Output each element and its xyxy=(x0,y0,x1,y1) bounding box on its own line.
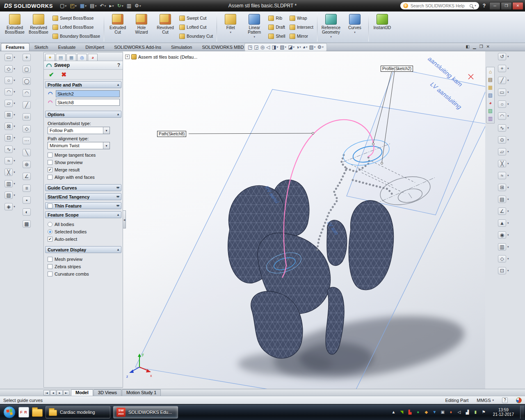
start-button[interactable] xyxy=(3,406,16,418)
chevron-down-icon[interactable]: ▾ xyxy=(507,198,509,201)
chevron-down-icon[interactable]: ▾ xyxy=(14,102,15,105)
search-icon[interactable] xyxy=(470,4,473,7)
taskbar-button-cardiac-modeling[interactable]: Cardiac modeling xyxy=(46,406,110,418)
ribbon-lofted-cut-button[interactable]: Lofted Cut xyxy=(178,23,214,31)
section-header-options[interactable]: Options xyxy=(45,111,121,118)
chevron-down-icon[interactable]: ▾ xyxy=(85,4,87,8)
section-header-curvature-display[interactable]: Curvature Display xyxy=(45,246,121,253)
previous-view-button[interactable]: ◁ xyxy=(266,45,270,50)
propertymanager-tab[interactable]: ▤ xyxy=(56,54,66,61)
path-selection-box[interactable]: Sketch8 xyxy=(56,99,120,106)
right-toolbar-item-19[interactable]: ⊡▾ xyxy=(497,267,524,274)
appearances-icon[interactable]: ◕ xyxy=(489,100,492,105)
chevron-down-icon[interactable]: ▾ xyxy=(507,162,509,165)
left-toolbar-a-item-13[interactable]: ▨▾ xyxy=(5,192,15,199)
chevron-down-icon[interactable]: ▾ xyxy=(507,221,509,225)
chevron-down-icon[interactable]: ▾ xyxy=(507,269,509,272)
orientation-select[interactable]: Follow Path xyxy=(48,127,110,134)
pinned-app-button[interactable]: F R xyxy=(18,407,29,418)
left-toolbar-a-item-7[interactable]: ⊠▾ xyxy=(5,123,15,130)
tray-icon-power[interactable]: ▮ xyxy=(472,409,479,415)
left-toolbar-b-item-7[interactable]: ◇ xyxy=(23,125,31,132)
view-tab-motion-study-1[interactable]: Motion Study 1 xyxy=(122,389,161,396)
units-selector[interactable]: MMGS ▾ xyxy=(477,398,494,403)
chevron-down-icon[interactable]: ▾ xyxy=(277,46,278,49)
left-toolbar-b-item-3[interactable]: ◯ xyxy=(23,78,31,85)
right-toolbar-item-9[interactable]: ▱▾ xyxy=(497,148,524,155)
ribbon-boundary-boss-base-button[interactable]: Boundary Boss/Base xyxy=(51,32,101,40)
tray-icon-network[interactable]: ▟ xyxy=(464,409,470,415)
right-toolbar-item-1[interactable]: ↺▾ xyxy=(497,53,524,60)
left-toolbar-b-item-5[interactable]: ╱ xyxy=(23,101,31,109)
chevron-down-icon[interactable]: ▾ xyxy=(507,233,509,237)
chevron-down-icon[interactable]: ▾ xyxy=(507,138,509,142)
chevron-down-icon[interactable]: ▾ xyxy=(507,257,509,260)
status-help-button[interactable]: ? xyxy=(502,397,508,403)
help-menu-button[interactable]: ? xyxy=(482,3,486,9)
ribbon-reference-geometry-button[interactable]: ReferenceGeometry▾ xyxy=(319,13,343,42)
chevron-down-icon[interactable]: ▾ xyxy=(14,148,15,151)
edit-appearance-button[interactable]: ◕▾ xyxy=(303,45,308,50)
maximize-button[interactable]: ❐ xyxy=(501,2,512,10)
display-style-button[interactable]: ◪▾ xyxy=(288,45,294,50)
chevron-down-icon[interactable]: ▾ xyxy=(507,67,509,70)
tray-icon-audio[interactable]: ◁ xyxy=(456,409,462,415)
left-toolbar-b-item-10[interactable]: ⊕ xyxy=(23,161,31,168)
scenes-icon[interactable]: ▨ xyxy=(488,108,493,113)
ribbon-boundary-cut-button[interactable]: Boundary Cut xyxy=(178,32,214,40)
save-button[interactable]: ▦▾ xyxy=(79,2,88,10)
alignment-select[interactable]: Minimum Twist xyxy=(48,142,110,149)
dimxpertmanager-tab[interactable]: ◎ xyxy=(77,54,87,61)
open-button[interactable]: ◰▾ xyxy=(68,2,78,10)
right-toolbar-item-13[interactable]: ▤▾ xyxy=(497,196,524,203)
minimize-button[interactable]: ─ xyxy=(489,2,500,10)
chevron-down-icon[interactable]: ▾ xyxy=(507,91,509,94)
chevron-down-icon[interactable]: ▾ xyxy=(254,35,256,39)
ribbon-rib-button[interactable]: Rib xyxy=(267,14,286,22)
left-toolbar-a-item-3[interactable]: ○▾ xyxy=(5,77,15,84)
chevron-down-icon[interactable]: ▾ xyxy=(14,205,15,208)
magnify-button[interactable]: ◎ xyxy=(260,45,265,50)
chevron-down-icon[interactable]: ▾ xyxy=(507,55,509,58)
right-toolbar-item-4[interactable]: ▭▾ xyxy=(497,89,524,96)
custom-properties-icon[interactable]: ▥ xyxy=(488,116,493,121)
tray-icon-security[interactable]: ▣ xyxy=(440,409,446,415)
chevron-down-icon[interactable]: ▾ xyxy=(507,186,509,189)
chevron-down-icon[interactable]: ▾ xyxy=(507,126,509,130)
chevron-down-icon[interactable]: ▾ xyxy=(507,79,509,82)
chevron-down-icon[interactable]: ▾ xyxy=(492,399,494,402)
left-toolbar-b-item-6[interactable]: ▭ xyxy=(23,113,31,121)
viewport-minimize-button[interactable]: ▁ xyxy=(473,44,476,49)
chevron-down-icon[interactable]: ▾ xyxy=(330,35,332,39)
taskbar-button-solidworks[interactable]: SW 2015 SOLIDWORKS Edu... xyxy=(113,406,178,418)
tray-icon-pdf[interactable]: ▙ xyxy=(407,409,413,415)
right-toolbar-item-18[interactable]: ◇▾ xyxy=(497,255,524,262)
show-hidden-icons[interactable]: ▲ xyxy=(390,409,397,415)
profile-selection-box[interactable]: Sketch2 xyxy=(56,90,120,97)
viewport-close-button[interactable]: ✕ xyxy=(486,44,490,49)
curvature-checkbox-zebra-stripes[interactable]: Zebra stripes xyxy=(48,263,119,270)
left-toolbar-a-item-14[interactable]: ◈▾ xyxy=(5,203,15,210)
scope-radio-selected-bodies[interactable]: Selected bodies xyxy=(48,228,119,235)
ribbon-swept-boss-base-button[interactable]: Swept Boss/Base xyxy=(51,14,101,22)
close-button[interactable]: ✕ xyxy=(512,2,523,10)
ribbon-lofted-boss-base-button[interactable]: Lofted Boss/Base xyxy=(51,23,101,31)
left-toolbar-a-item-1[interactable]: ▭▾ xyxy=(5,54,15,61)
section-header-feature-scope[interactable]: Feature Scope xyxy=(45,211,121,218)
view-settings-button[interactable]: ⚙▾ xyxy=(317,45,323,50)
help-search-box[interactable]: ? ▾ xyxy=(400,2,479,9)
left-toolbar-b-item-1[interactable]: + xyxy=(23,54,31,61)
option-checkbox-merge-result[interactable]: Merge result xyxy=(48,166,119,173)
tree-expander-icon[interactable]: + xyxy=(125,55,130,59)
chevron-down-icon[interactable]: ▾ xyxy=(14,125,15,128)
chevron-down-icon[interactable]: ▾ xyxy=(75,4,77,8)
resources-icon[interactable] xyxy=(516,397,522,403)
displaymanager-tab[interactable]: ◕ xyxy=(88,54,98,61)
view-nav-first-button[interactable]: |◀ xyxy=(43,390,50,395)
right-toolbar-item-15[interactable]: ▲▾ xyxy=(497,219,524,227)
chevron-down-icon[interactable]: ▾ xyxy=(314,46,316,49)
new-button[interactable]: ▢▾ xyxy=(59,2,68,10)
right-toolbar-item-2[interactable]: +▾ xyxy=(497,65,524,72)
chevron-down-icon[interactable]: ▾ xyxy=(139,4,141,8)
explorer-button[interactable] xyxy=(32,409,43,417)
